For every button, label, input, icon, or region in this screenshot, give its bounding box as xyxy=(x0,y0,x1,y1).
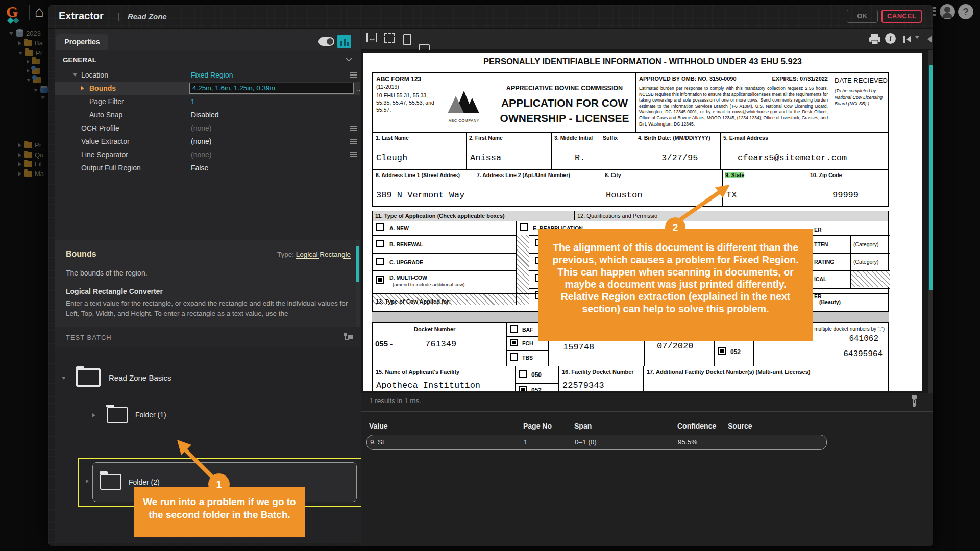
date-received-cell: DATE RECIEVED (To be completed by Nation… xyxy=(831,73,890,132)
chart-button[interactable] xyxy=(337,35,351,48)
col-value[interactable]: Value xyxy=(369,422,388,430)
result-row[interactable]: 9. St 1 0–1 (0) 95.5% xyxy=(366,435,827,450)
folder-icon xyxy=(25,50,33,56)
tree-node-2023[interactable]: 2023 xyxy=(9,30,41,37)
prop-row-ocr-profile[interactable]: OCR Profile (none) xyxy=(55,121,360,135)
panel-toggle[interactable] xyxy=(318,37,334,46)
clear-results-icon[interactable] xyxy=(910,395,918,408)
tree-node-pr[interactable]: Pr xyxy=(18,49,42,57)
home-icon[interactable]: ⌂ xyxy=(35,3,44,20)
printer-icon[interactable] xyxy=(869,34,881,45)
panel-scrollbar[interactable] xyxy=(356,240,360,327)
expander-icon[interactable] xyxy=(9,32,13,35)
expander-icon[interactable] xyxy=(27,79,31,82)
viewer-scroll-thumb[interactable] xyxy=(929,65,933,290)
dropdown-arrow-icon[interactable] xyxy=(915,36,919,39)
scroll-thumb[interactable] xyxy=(356,246,359,282)
checkbox-icon[interactable] xyxy=(351,113,355,117)
prop-row-output-full-region[interactable]: Output Full Region False xyxy=(55,161,360,174)
menu-icon[interactable] xyxy=(350,152,357,157)
pages-icon[interactable] xyxy=(403,34,411,45)
prop-row-bounds[interactable]: Bounds 4.25in, 1.6in, 1.25in, 0.39in … xyxy=(55,82,360,95)
tree-node-ma[interactable]: Ma xyxy=(18,170,44,178)
tree-node[interactable] xyxy=(34,87,48,93)
expander-icon[interactable] xyxy=(18,162,21,166)
breadcrumb: Read Zone xyxy=(128,12,167,21)
folder-icon xyxy=(24,161,32,167)
first-page-bar[interactable] xyxy=(903,36,905,43)
viewer-scrollbar[interactable] xyxy=(928,50,933,393)
folder-icon xyxy=(100,474,121,490)
expander-icon[interactable] xyxy=(18,52,22,55)
prop-row-auto-snap[interactable]: Auto Snap Disabled xyxy=(55,108,360,121)
section-general[interactable]: GENERAL xyxy=(63,56,96,64)
screen: G ⌂ ? 2023 B xyxy=(0,0,980,551)
chevron-down-icon[interactable] xyxy=(346,55,352,62)
toolbar-divider xyxy=(901,33,901,45)
col-page-no[interactable]: Page No xyxy=(523,422,552,430)
account-icon[interactable] xyxy=(940,4,955,19)
menu-icon[interactable] xyxy=(350,126,357,131)
results-panel: 1 results in 1 ms. Value Page No Span Co… xyxy=(361,393,933,546)
menu-icon[interactable] xyxy=(350,139,357,144)
prop-row-location[interactable]: Location Fixed Region xyxy=(55,68,360,82)
expander-icon[interactable] xyxy=(34,89,38,92)
tree-node-ba[interactable]: Ba xyxy=(18,39,43,47)
expander-icon[interactable] xyxy=(18,143,21,147)
region-select-icon[interactable] xyxy=(384,33,395,43)
tree-node-qu[interactable]: Qu xyxy=(18,151,43,159)
first-page-icon[interactable] xyxy=(906,36,911,43)
expander-icon[interactable] xyxy=(81,86,84,90)
expander-icon[interactable] xyxy=(18,172,21,176)
tree-node-pr2[interactable]: Pr xyxy=(18,141,41,149)
prop-row-line-separator[interactable]: Line Separator (none) xyxy=(55,148,360,161)
help-type: Type: Logical Rectangle xyxy=(277,251,351,258)
checkbox-reapplication xyxy=(520,223,528,231)
col-span[interactable]: Span xyxy=(574,422,592,430)
expander-icon[interactable] xyxy=(27,60,30,64)
prev-page-icon[interactable] xyxy=(927,36,932,43)
help-icon[interactable]: ? xyxy=(958,4,973,19)
tab-properties[interactable]: Properties xyxy=(56,34,108,50)
checkbox-icon[interactable] xyxy=(351,166,355,170)
expander-icon[interactable] xyxy=(92,413,95,417)
app-logo[interactable]: G xyxy=(6,3,18,23)
batch-tree-icon[interactable] xyxy=(344,333,354,341)
expander-icon[interactable] xyxy=(41,96,45,99)
doc-row2: 6. Address Line 1 (Street Addres) 389 N … xyxy=(372,170,889,207)
col-confidence[interactable]: Confidence xyxy=(677,422,716,430)
fit-width-icon[interactable]: ↔ xyxy=(366,33,377,42)
help-title: Bounds xyxy=(66,249,96,259)
expander-icon[interactable] xyxy=(18,41,21,45)
tree-node[interactable] xyxy=(27,68,40,74)
expander-icon[interactable] xyxy=(86,479,89,483)
menu-icon[interactable] xyxy=(350,72,357,78)
expander-icon[interactable] xyxy=(73,73,77,77)
checkbox-052 xyxy=(718,347,726,355)
tree-node[interactable] xyxy=(27,77,41,83)
tree-node[interactable] xyxy=(27,59,40,64)
info-icon[interactable]: i xyxy=(885,33,896,44)
divider xyxy=(66,264,352,264)
properties-grid: GENERAL Location Fixed Region Bounds 4.2… xyxy=(55,50,360,542)
prop-row-value-extractor[interactable]: Value Extractor (none) xyxy=(55,135,360,148)
checkbox-renewal xyxy=(376,240,384,247)
results-summary: 1 results in 1 ms. xyxy=(369,397,421,405)
type-link[interactable]: Logical Rectangle xyxy=(296,251,351,259)
tree-node[interactable] xyxy=(41,96,45,99)
folder-icon xyxy=(24,152,32,158)
viewer-toolbar: ↔ 1 /3 i xyxy=(361,29,933,50)
checkbox-upgrade xyxy=(376,258,384,265)
tree-node-fil[interactable]: Fil xyxy=(18,160,42,168)
expander-icon[interactable] xyxy=(62,377,66,380)
viewer-canvas: PERSONALLY IDENTIFIABLE INFORMATION - WI… xyxy=(361,50,933,393)
mountain-logo-icon xyxy=(444,87,484,116)
expander-icon[interactable] xyxy=(27,69,30,73)
expander-icon[interactable] xyxy=(18,153,21,157)
prop-row-page-filter[interactable]: Page Filter 1 xyxy=(55,95,360,108)
cancel-button[interactable]: CANCEL xyxy=(881,10,922,23)
col-source[interactable]: Source xyxy=(728,422,752,430)
ok-button[interactable]: OK xyxy=(847,10,878,23)
property-help-panel: Bounds Type: Logical Rectangle The bound… xyxy=(55,240,360,327)
bounds-input[interactable]: 4.25in, 1.6in, 1.25in, 0.39in xyxy=(189,83,354,94)
